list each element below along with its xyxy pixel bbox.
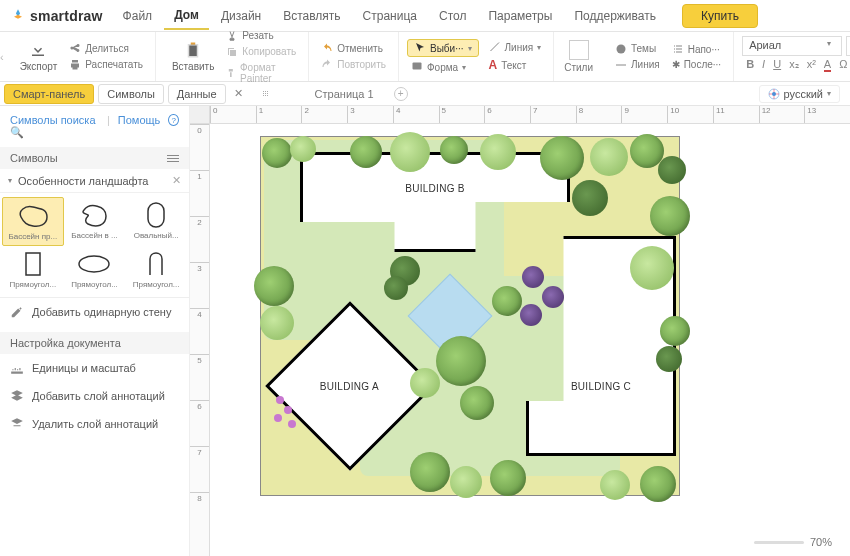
brand-logo: smartdraw xyxy=(6,8,111,24)
help-icon: ? xyxy=(168,114,179,126)
redo-button[interactable]: Повторить xyxy=(317,58,390,72)
palette-icon xyxy=(615,43,627,55)
page-tab-1[interactable]: Страница 1 xyxy=(305,85,384,103)
symbol-oval[interactable]: Овальный... xyxy=(125,197,187,246)
group-export: Экспорт Делиться Распечатать xyxy=(4,32,156,81)
menu-insert[interactable]: Вставлять xyxy=(273,3,350,29)
undo-icon xyxy=(321,43,333,55)
menu-file[interactable]: Файл xyxy=(113,3,163,29)
menu-page[interactable]: Страница xyxy=(353,3,427,29)
underline-button[interactable]: U xyxy=(773,58,781,72)
group-themes: Темы Линия Напо··· ✱После··· xyxy=(603,32,734,81)
print-button[interactable]: Распечатать xyxy=(65,58,147,72)
svg-rect-4 xyxy=(148,203,164,227)
text-icon: A xyxy=(489,58,498,72)
brand-name: smartdraw xyxy=(30,8,103,24)
group-insert: Выби···▾ Форма▾ Линия▾ AТекст xyxy=(399,32,554,81)
symbol-grid: Бассейн пр... Бассейн в ... Овальный... … xyxy=(0,193,189,297)
add-layer-button[interactable]: Добавить слой аннотаций xyxy=(0,382,189,410)
star-icon: ✱ xyxy=(672,59,680,70)
menu-home[interactable]: Дом xyxy=(164,2,209,30)
select-tool-button[interactable]: Выби···▾ xyxy=(407,39,479,57)
panel-grip[interactable] xyxy=(261,85,271,103)
export-button[interactable]: Экспорт xyxy=(12,41,66,72)
line-style-icon xyxy=(615,59,627,71)
line-style-button[interactable]: Линия xyxy=(611,58,664,72)
font-color-button[interactable]: A xyxy=(824,58,831,72)
canvas-area: 0 1 2 3 4 5 6 7 8 9 10 11 12 13 0 1 2 3 … xyxy=(190,106,850,556)
logo-icon xyxy=(10,8,26,24)
share-button[interactable]: Делиться xyxy=(65,42,147,56)
line-button[interactable]: Линия▾ xyxy=(485,40,546,54)
copy-icon xyxy=(226,46,238,58)
zoom-control[interactable]: 70% xyxy=(754,536,832,548)
text-button[interactable]: AТекст xyxy=(485,57,546,73)
share-icon xyxy=(69,43,81,55)
copy-button[interactable]: Копировать xyxy=(222,45,300,59)
help-link[interactable]: Помощь xyxy=(118,114,161,139)
search-symbols-link[interactable]: Символы поиска 🔍 xyxy=(10,114,99,139)
symbol-rect-2[interactable]: Прямоугол... xyxy=(64,246,126,293)
zoom-value: 70% xyxy=(810,536,832,548)
panel-tab-row: Смарт-панель Символы Данные ✕ Страница 1… xyxy=(0,82,850,106)
tab-smartpanel[interactable]: Смарт-панель xyxy=(4,84,94,104)
symbol-button[interactable]: Ω xyxy=(839,58,847,72)
undo-button[interactable]: Отменить xyxy=(317,42,390,56)
menu-icon[interactable] xyxy=(167,153,179,164)
symbol-rect-1[interactable]: Прямоугол... xyxy=(2,246,64,293)
cut-icon xyxy=(226,30,238,42)
chevron-down-icon: ▾ xyxy=(468,44,472,53)
line-icon xyxy=(489,41,501,53)
shape-button[interactable]: Форма▾ xyxy=(407,60,479,74)
add-wall-button[interactable]: Добавить одинарную стену xyxy=(0,298,189,326)
numbering-button[interactable]: Напо··· xyxy=(668,42,725,56)
subscript-button[interactable]: x₂ xyxy=(789,58,799,72)
menu-design[interactable]: Дизайн xyxy=(211,3,271,29)
paste-icon xyxy=(184,41,202,59)
style-preview[interactable] xyxy=(569,40,589,60)
menu-options[interactable]: Параметры xyxy=(478,3,562,29)
doc-settings-header: Настройка документа xyxy=(0,332,189,354)
paste-button[interactable]: Вставить xyxy=(164,41,222,72)
group-font: Ариал ▾ 10 ▾ B I U x₂ x² A Ω xyxy=(734,32,850,81)
cut-button[interactable]: Резать xyxy=(222,29,300,43)
collapse-icon: ▾ xyxy=(8,176,12,185)
layer-remove-icon xyxy=(10,417,24,431)
superscript-button[interactable]: x² xyxy=(807,58,816,72)
close-panel-button[interactable]: ✕ xyxy=(230,84,247,104)
drawing-canvas[interactable]: BUILDING B BUILDING C BUILDING A xyxy=(210,124,850,556)
symbol-pool-freeform[interactable]: Бассейн пр... xyxy=(2,197,64,246)
units-scale-button[interactable]: Единицы и масштаб xyxy=(0,354,189,382)
menubar: smartdraw Файл Дом Дизайн Вставлять Стра… xyxy=(0,0,850,32)
symbol-pool-kidney[interactable]: Бассейн в ... xyxy=(64,197,126,246)
remove-category-button[interactable]: ✕ xyxy=(172,174,181,187)
site-plan: BUILDING B BUILDING C BUILDING A xyxy=(260,136,680,496)
bold-button[interactable]: B xyxy=(746,58,754,72)
list-icon xyxy=(672,43,684,55)
add-page-button[interactable]: + xyxy=(394,87,408,101)
zoom-slider[interactable] xyxy=(754,541,804,544)
italic-button[interactable]: I xyxy=(762,58,765,72)
themes-button[interactable]: Темы xyxy=(611,42,664,56)
symbols-section-header: Символы xyxy=(0,147,189,169)
format-painter-button[interactable]: Формат Painter xyxy=(222,61,300,85)
group-clipboard: Вставить Резать Копировать Формат Painte… xyxy=(156,32,309,81)
buy-button[interactable]: Купить xyxy=(682,4,758,28)
group-undo: Отменить Повторить xyxy=(309,32,399,81)
font-name-select[interactable]: Ариал ▾ xyxy=(742,36,842,56)
font-size-select[interactable]: 10 ▾ xyxy=(846,36,850,56)
svg-point-1 xyxy=(617,44,626,53)
after-button[interactable]: ✱После··· xyxy=(668,58,725,71)
ruler-horizontal: 0 1 2 3 4 5 6 7 8 9 10 11 12 13 xyxy=(210,106,850,124)
menu-table[interactable]: Стол xyxy=(429,3,476,29)
tab-symbols[interactable]: Символы xyxy=(98,84,164,104)
tab-data[interactable]: Данные xyxy=(168,84,226,104)
remove-layer-button[interactable]: Удалить слой аннотаций xyxy=(0,410,189,438)
symbol-rect-3[interactable]: Прямоугол... xyxy=(125,246,187,293)
redo-icon xyxy=(321,59,333,71)
ruler-corner xyxy=(190,106,210,124)
menu-support[interactable]: Поддерживать xyxy=(564,3,666,29)
ruler-icon xyxy=(10,361,24,375)
symbol-category[interactable]: ▾ Особенности ландшафта ✕ xyxy=(0,169,189,193)
language-select[interactable]: русский ▾ xyxy=(759,85,840,103)
